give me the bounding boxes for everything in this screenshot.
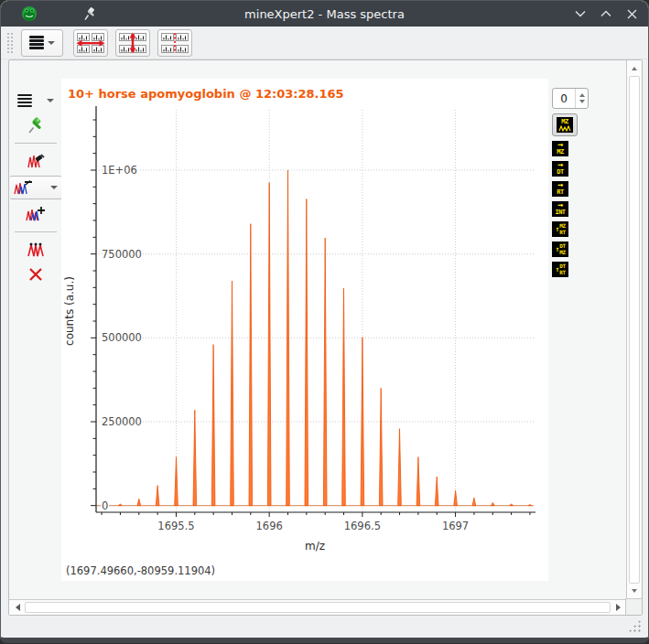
add-trace-button[interactable] <box>24 204 48 224</box>
rt-arrow-icon[interactable]: → RT <box>552 181 568 197</box>
svg-text:0: 0 <box>102 499 108 512</box>
close-icon <box>627 9 637 19</box>
svg-text:counts (a.u.): counts (a.u.) <box>63 276 76 346</box>
spinbox-value: 0 <box>553 92 575 105</box>
close-trace-button[interactable] <box>24 264 48 284</box>
add-trace-icon <box>26 206 46 222</box>
plot-title: 10+ horse apomyoglobin @ 12:03:28.165 <box>61 79 548 101</box>
scroll-down-icon[interactable] <box>627 585 642 597</box>
chevron-down-icon <box>575 10 586 17</box>
chevron-down-icon <box>47 99 54 102</box>
spectra-scroll-area: 10+ horse apomyoglobin @ 12:03:28.165 16… <box>8 59 643 616</box>
peak-centroids-button[interactable] <box>24 240 48 260</box>
svg-text:1695.5: 1695.5 <box>157 520 194 532</box>
dt-arrow-icon[interactable]: → DT <box>552 161 568 177</box>
cursor-coordinates: (1697.49660,-80959.11904) <box>66 564 215 577</box>
integration-dropdown-button[interactable] <box>10 176 63 199</box>
vertical-scroll-thumb[interactable] <box>629 76 640 584</box>
toolbar-drag-handle[interactable] <box>6 32 14 54</box>
link-y-axis-icon <box>118 32 147 54</box>
horizontal-scrollbar[interactable] <box>9 599 626 615</box>
close-button[interactable] <box>624 6 639 21</box>
mass-spectrum-trace-icon: MZ <box>557 117 573 133</box>
spin-down-icon <box>579 100 585 103</box>
display-mass-spectrum-button[interactable]: MZ <box>552 113 578 136</box>
erase-trace-button[interactable] <box>24 151 48 171</box>
scroll-up-icon[interactable] <box>627 62 642 75</box>
red-x-icon <box>28 267 43 282</box>
svg-text:750000: 750000 <box>102 248 142 261</box>
chevron-down-icon <box>48 41 55 45</box>
mz-arrow-icon[interactable]: → MZ <box>552 141 568 156</box>
erase-trace-icon <box>27 153 45 169</box>
spectra-viewport: 10+ horse apomyoglobin @ 12:03:28.165 16… <box>10 60 626 599</box>
svg-text:1697: 1697 <box>442 520 469 532</box>
main-menu-button[interactable] <box>21 29 63 57</box>
svg-text:1696.5: 1696.5 <box>344 520 381 532</box>
plot-right-toolbar: 0 MZ → MZ → <box>552 60 603 599</box>
plot-menu-button[interactable] <box>17 91 54 111</box>
plot-left-toolbar <box>10 60 61 599</box>
link-cursor-icon <box>160 32 189 54</box>
spinbox-steppers[interactable] <box>575 89 588 108</box>
window-title: mineXpert2 - Mass spectra <box>1 7 648 21</box>
peak-centroids-icon <box>27 242 45 258</box>
mass-spectrum-canvas[interactable]: 1695.516961696.5169702500005000007500001… <box>61 102 548 554</box>
link-x-axis-icon <box>76 32 105 54</box>
maximize-button[interactable] <box>599 6 613 21</box>
window-resize-grip[interactable] <box>627 618 642 633</box>
pin-trace-button[interactable] <box>24 115 48 135</box>
green-pin-icon <box>27 116 45 134</box>
minimize-button[interactable] <box>573 6 588 21</box>
spin-up-icon <box>579 93 585 97</box>
svg-text:1696: 1696 <box>256 520 283 532</box>
scroll-right-icon[interactable] <box>611 600 624 615</box>
scroll-left-icon[interactable] <box>11 600 24 615</box>
horizontal-scroll-thumb[interactable] <box>25 602 611 613</box>
svg-text:500000: 500000 <box>102 331 142 344</box>
vertical-scrollbar[interactable] <box>626 60 642 599</box>
main-toolbar <box>1 27 648 59</box>
mass-spectrum-plot[interactable]: 10+ horse apomyoglobin @ 12:03:28.165 16… <box>61 79 548 581</box>
dt-mz-icon[interactable]: ↑ DT MZ <box>552 242 568 257</box>
app-window: mineXpert2 - Mass spectra <box>0 0 649 643</box>
dt-rt-icon[interactable]: ↑ DT RT <box>552 262 568 277</box>
svg-text:1E+06: 1E+06 <box>102 164 137 177</box>
separator <box>15 143 57 144</box>
trace-index-spinbox[interactable]: 0 <box>552 88 589 109</box>
svg-text:m/z: m/z <box>305 540 325 553</box>
title-bar[interactable]: mineXpert2 - Mass spectra <box>1 1 648 27</box>
link-y-axis-button[interactable] <box>115 29 150 57</box>
link-x-axis-button[interactable] <box>73 29 108 57</box>
chevron-down-icon <box>50 186 58 189</box>
hamburger-icon <box>29 35 44 51</box>
separator <box>15 231 57 232</box>
hamburger-icon <box>17 92 32 109</box>
svg-text:250000: 250000 <box>102 415 142 428</box>
link-cursor-button[interactable] <box>157 29 192 57</box>
int-arrow-icon[interactable]: → INT <box>552 201 568 217</box>
integrate-trace-icon <box>14 179 34 196</box>
scrollbar-corner <box>625 598 642 615</box>
mz-rt-icon[interactable]: ↑ MZ RT <box>552 221 568 237</box>
chevron-up-icon <box>600 10 611 17</box>
